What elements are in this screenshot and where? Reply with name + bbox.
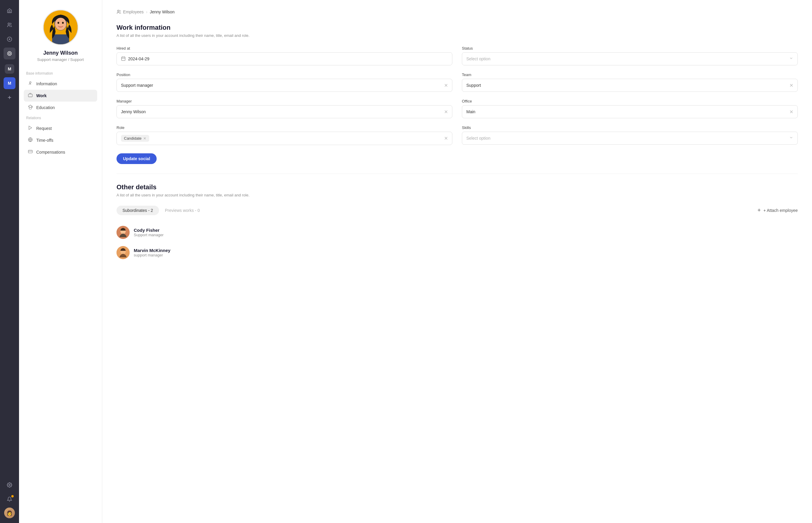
nav-information[interactable]: Information — [24, 78, 97, 90]
nav-education-label: Education — [36, 105, 55, 110]
sidebar: M M 👩 — [0, 0, 19, 523]
status-placeholder: Select option — [466, 56, 787, 61]
bell-icon[interactable] — [4, 493, 16, 505]
skills-field: Skills Select option — [462, 125, 798, 145]
role-field: Role Candidate ✕ ✕ — [116, 125, 452, 145]
employee-name-cody: Cody Fisher — [134, 228, 163, 233]
employee-role-cody: Support manager — [134, 233, 163, 237]
information-icon — [28, 81, 33, 87]
home-icon[interactable] — [4, 5, 16, 17]
role-input[interactable]: Candidate ✕ ✕ — [116, 132, 452, 145]
breadcrumb-employees[interactable]: Employees — [116, 10, 144, 14]
nav-work-label: Work — [36, 93, 47, 98]
breadcrumb-current: Jenny Wilson — [150, 10, 175, 14]
nav-compensations[interactable]: Compensations — [24, 146, 97, 158]
rocket-icon[interactable] — [4, 33, 16, 45]
subordinates-tabs: Subordinates - 2 Previews works - 0 + At… — [116, 206, 798, 215]
work-info-desc: A list of all the users in your account … — [116, 33, 798, 38]
time-offs-icon — [28, 137, 33, 143]
role-label: Role — [116, 125, 452, 130]
position-value: Support manager — [121, 83, 442, 88]
left-panel: Jenny Wilson Support manager / Support B… — [19, 0, 102, 523]
attach-employee-button[interactable]: + Attach employee — [757, 208, 798, 213]
work-info-title: Work information — [116, 24, 798, 32]
employee-row-cody[interactable]: Cody Fisher Support manager — [116, 222, 798, 242]
svg-point-9 — [57, 22, 59, 24]
relations-label: Relations — [24, 116, 97, 120]
work-info-form: Hired at 2024-04-29 Status Select option — [116, 46, 798, 145]
status-select[interactable]: Select option — [462, 52, 798, 65]
manager-clear[interactable]: ✕ — [444, 109, 448, 115]
svg-point-8 — [55, 18, 66, 30]
position-clear[interactable]: ✕ — [444, 83, 448, 88]
manager-value: Jenny Wilson — [121, 109, 442, 114]
office-value: Main — [466, 109, 787, 114]
skills-dropdown-arrow[interactable] — [789, 136, 793, 141]
employee-info-cody: Cody Fisher Support manager — [134, 228, 163, 237]
compensations-icon — [28, 149, 33, 155]
status-dropdown-arrow[interactable] — [789, 56, 793, 61]
education-icon — [28, 105, 33, 111]
team-clear[interactable]: ✕ — [789, 83, 793, 88]
hired-at-label: Hired at — [116, 46, 452, 51]
tab-subordinates[interactable]: Subordinates - 2 — [116, 206, 159, 215]
role-tag-remove[interactable]: ✕ — [143, 137, 146, 141]
nav-information-label: Information — [36, 82, 57, 86]
skills-select[interactable]: Select option — [462, 132, 798, 145]
nav-request[interactable]: Request — [24, 122, 97, 134]
base-info-label: Base information — [24, 71, 97, 75]
nav-compensations-label: Compensations — [36, 150, 65, 155]
svg-rect-13 — [28, 94, 32, 97]
tab-previews[interactable]: Previews works - 0 — [159, 206, 206, 215]
skills-label: Skills — [462, 125, 798, 130]
employee-info-marvin: Marvin McKinney support manager — [134, 248, 170, 257]
svg-point-0 — [8, 23, 10, 25]
status-field: Status Select option — [462, 46, 798, 65]
svg-point-10 — [62, 22, 64, 24]
work-icon — [28, 93, 33, 98]
svg-rect-11 — [52, 35, 69, 44]
office-label: Office — [462, 99, 798, 103]
section-divider — [116, 174, 798, 174]
manager-field: Manager Jenny Wilson ✕ — [116, 99, 452, 118]
employee-name-marvin: Marvin McKinney — [134, 248, 170, 253]
nav-education[interactable]: Education — [24, 102, 97, 113]
other-details-title: Other details — [116, 183, 798, 191]
profile-name: Jenny Wilson — [43, 50, 78, 56]
update-social-button[interactable]: Update social — [116, 154, 157, 164]
employee-role-marvin: support manager — [134, 253, 170, 257]
role-clear[interactable]: ✕ — [444, 136, 448, 141]
position-input[interactable]: Support manager ✕ — [116, 79, 452, 92]
nav-work[interactable]: Work — [24, 90, 97, 102]
team-input[interactable]: Support ✕ — [462, 79, 798, 92]
role-tags: Candidate ✕ — [121, 135, 442, 142]
office-input[interactable]: Main ✕ — [462, 105, 798, 118]
svg-point-12 — [30, 82, 31, 83]
position-field: Position Support manager ✕ — [116, 73, 452, 92]
settings-icon[interactable] — [4, 479, 16, 491]
skills-placeholder: Select option — [466, 136, 787, 141]
nav-time-offs[interactable]: Time-offs — [24, 134, 97, 146]
svg-point-5 — [9, 484, 11, 486]
office-clear[interactable]: ✕ — [789, 109, 793, 115]
add-icon[interactable] — [4, 92, 16, 103]
record-icon[interactable] — [4, 48, 16, 59]
people-icon[interactable] — [4, 19, 16, 31]
hired-at-input[interactable]: 2024-04-29 — [116, 52, 452, 65]
manager-label: Manager — [116, 99, 452, 103]
m-avatar-1[interactable]: M — [4, 63, 16, 75]
profile-avatar — [43, 10, 78, 45]
svg-marker-15 — [29, 126, 32, 130]
team-label: Team — [462, 73, 798, 77]
svg-point-1 — [8, 53, 11, 54]
m-avatar-2[interactable]: M — [4, 77, 16, 89]
hired-at-value: 2024-04-29 — [128, 56, 149, 61]
main-content: Employees › Jenny Wilson Work informatio… — [102, 0, 812, 523]
team-field: Team Support ✕ — [462, 73, 798, 92]
manager-input[interactable]: Jenny Wilson ✕ — [116, 105, 452, 118]
user-avatar[interactable]: 👩 — [4, 507, 15, 518]
nav-request-label: Request — [36, 126, 52, 131]
employee-row-marvin[interactable]: Marvin McKinney support manager — [116, 242, 798, 263]
breadcrumb: Employees › Jenny Wilson — [116, 10, 798, 14]
breadcrumb-separator: › — [146, 10, 147, 14]
